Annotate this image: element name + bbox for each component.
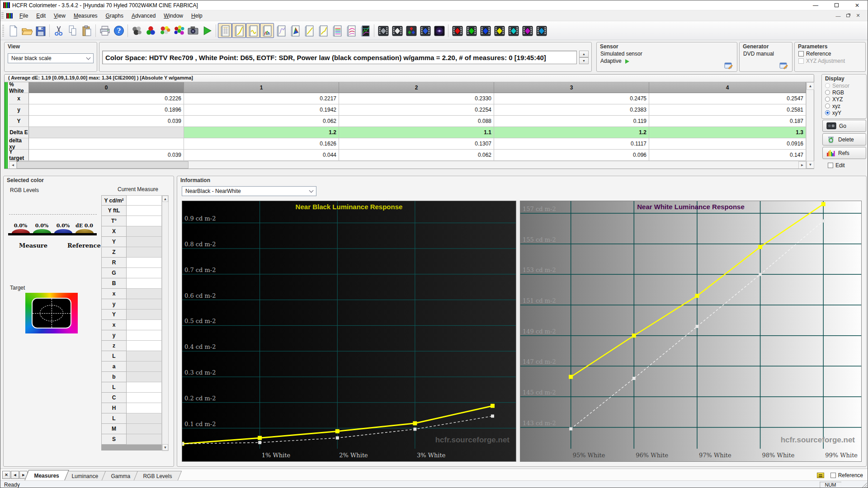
measure-row-value[interactable]	[127, 299, 162, 310]
cm-scroll-track[interactable]	[162, 202, 168, 444]
table-col-header-0[interactable]: 0	[29, 82, 184, 93]
edit-checkbox-box[interactable]	[828, 163, 833, 168]
measure-blue-icon[interactable]	[478, 23, 492, 38]
maximize-button[interactable]	[826, 0, 847, 10]
go-button[interactable]: Go	[822, 120, 866, 132]
table-cell[interactable]: 0.1307	[339, 138, 494, 150]
scroll-right-icon[interactable]: ►	[798, 161, 806, 169]
measure-full-icon[interactable]	[172, 23, 186, 38]
contrast-view-icon[interactable]	[316, 23, 330, 38]
scroll-left-icon[interactable]: ◄	[9, 161, 17, 169]
measure-cyan-alt-icon[interactable]	[534, 23, 548, 38]
table-cell[interactable]: 0.2226	[29, 93, 184, 104]
checkbox-box[interactable]	[798, 51, 804, 56]
menu-edit[interactable]: Edit	[32, 11, 50, 21]
table-cell[interactable]: 0.1942	[184, 104, 339, 116]
measure-row-value[interactable]	[127, 424, 162, 434]
spinner-down-button[interactable]: ▼	[579, 57, 589, 64]
table-cell[interactable]: 0.062	[184, 116, 339, 127]
table-col-header-1[interactable]: 1	[184, 82, 339, 93]
measure-red-icon[interactable]	[450, 23, 464, 38]
composite-view-icon[interactable]	[358, 23, 372, 38]
edit-checkbox[interactable]: Edit	[824, 162, 849, 169]
table-cell[interactable]: 0.187	[649, 116, 806, 127]
tab-close-button[interactable]: ✕	[2, 471, 10, 479]
vscroll-track[interactable]	[807, 90, 814, 161]
table-cell[interactable]: 0.039	[29, 150, 184, 161]
rgb-levels-view-icon[interactable]	[330, 23, 344, 38]
table-col-header-4[interactable]: 4	[649, 82, 806, 93]
color-temperature-view-icon[interactable]	[302, 23, 316, 38]
measure-cyan-icon[interactable]	[506, 23, 520, 38]
reference-checkbox[interactable]: Reference	[830, 472, 863, 479]
print-icon[interactable]	[98, 23, 112, 38]
measure-row-value[interactable]	[127, 361, 162, 372]
saturation-view-icon[interactable]	[344, 23, 358, 38]
sensor-configure-button[interactable]	[724, 62, 734, 70]
mdi-close-button[interactable]: ✕	[853, 12, 863, 20]
measure-row-value[interactable]	[127, 403, 162, 413]
hscroll-track[interactable]	[189, 161, 798, 169]
table-cell[interactable]: 0.096	[494, 150, 649, 161]
table-cell[interactable]: 0.0916	[649, 138, 806, 150]
information-selector[interactable]: NearBlack - NearWhite	[182, 186, 316, 196]
cm-scrollbar[interactable]: ▲ ▼	[162, 195, 169, 451]
table-cell[interactable]: 1.1	[339, 127, 494, 138]
rgb-histogram-view-icon[interactable]	[260, 23, 274, 38]
table-cell[interactable]	[29, 138, 184, 150]
measure-row-value[interactable]	[127, 226, 162, 237]
measure-row-value[interactable]	[127, 310, 162, 320]
tab-luminance[interactable]: Luminance	[62, 471, 108, 480]
scroll-down-icon[interactable]: ▼	[807, 161, 814, 169]
table-cell[interactable]: 0.062	[339, 150, 494, 161]
film-grayscale-icon[interactable]	[376, 23, 390, 38]
measure-row-value[interactable]	[127, 278, 162, 289]
measure-magenta-icon[interactable]	[520, 23, 534, 38]
measure-grayscale-icon[interactable]	[130, 23, 144, 38]
copy-icon[interactable]	[66, 23, 80, 38]
measure-row-value[interactable]	[127, 258, 162, 268]
measure-row-value[interactable]	[127, 330, 162, 341]
measures-table-view-icon[interactable]	[218, 23, 232, 38]
luminance-log-view-icon[interactable]	[274, 23, 288, 38]
close-button[interactable]: ✕	[847, 0, 868, 10]
measure-row-value[interactable]	[127, 413, 162, 424]
measure-saturations-icon[interactable]	[158, 23, 172, 38]
cm-scroll-up-icon[interactable]: ▲	[162, 196, 168, 202]
gamma-view-icon[interactable]	[246, 23, 260, 38]
film-blue-icon[interactable]	[418, 23, 432, 38]
mdi-document-icon[interactable]	[6, 13, 13, 19]
menu-view[interactable]: View	[50, 11, 70, 21]
display-option-xyz[interactable]: xyz	[822, 103, 866, 109]
table-cell[interactable]: 0.1117	[494, 138, 649, 150]
display-option-xyy[interactable]: xyY	[822, 109, 866, 116]
table-cell[interactable]: 0.1896	[29, 104, 184, 116]
tab-scroll-left-button[interactable]: ◄	[11, 471, 19, 479]
menu-help[interactable]: Help	[187, 11, 207, 21]
measure-row-value[interactable]	[127, 382, 162, 393]
table-cell[interactable]: 1.3	[649, 127, 806, 138]
table-cell[interactable]: 0.2217	[184, 93, 339, 104]
table-cell[interactable]: 0.2254	[339, 104, 494, 116]
menu-window[interactable]: Window	[160, 11, 187, 21]
table-cell[interactable]: 0.2475	[494, 93, 649, 104]
menu-graphs[interactable]: Graphs	[102, 11, 127, 21]
radio-icon[interactable]	[825, 103, 830, 108]
table-cell[interactable]: 0.044	[184, 150, 339, 161]
contrast-pattern-icon[interactable]	[432, 23, 446, 38]
save-file-icon[interactable]	[33, 23, 47, 38]
table-cell[interactable]: 0.039	[29, 116, 184, 127]
table-col-header-2[interactable]: 2	[339, 82, 494, 93]
measure-row-value[interactable]	[127, 434, 162, 445]
measure-row-value[interactable]	[127, 237, 162, 247]
run-measures-icon[interactable]	[200, 23, 214, 38]
table-cell[interactable]: 0.088	[339, 116, 494, 127]
table-vertical-scrollbar[interactable]: ▲ ▼	[806, 82, 814, 169]
about-help-icon[interactable]: ?	[112, 23, 126, 38]
measure-primaries-icon[interactable]	[144, 23, 158, 38]
measure-row-value[interactable]	[127, 372, 162, 382]
generator-configure-button[interactable]	[779, 62, 789, 70]
reference-checkbox-box[interactable]	[830, 473, 836, 478]
film-primaries-icon[interactable]	[404, 23, 418, 38]
param-reference-checkbox[interactable]: Reference	[795, 50, 865, 57]
